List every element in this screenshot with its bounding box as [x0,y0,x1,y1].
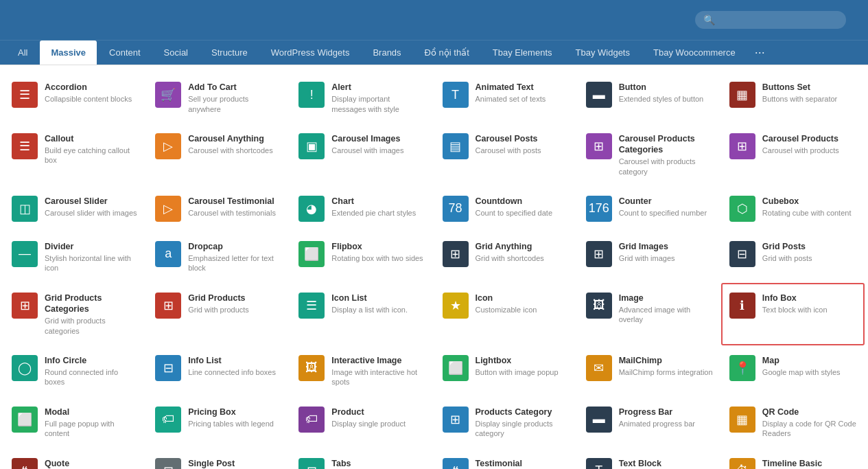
element-item-pricing-box[interactable]: 🏷Pricing BoxPricing tables with legend [147,397,290,448]
search-icon: 🔍 [703,14,715,25]
element-item-progress-bar[interactable]: ▬Progress BarAnimated progress bar [578,397,721,448]
element-item-carousel-products-categories[interactable]: ⊞Carousel Products CategoriesCarousel wi… [578,124,721,186]
elements-grid: ☰AccordionCollapsible content blocks🛒Add… [3,72,865,469]
element-item-grid-products-categories[interactable]: ⊞Grid Products CategoriesGrid with produ… [3,283,147,345]
element-name: Carousel Testimonial [188,196,282,207]
element-name: Timeline Basic [762,458,856,469]
element-item-single-post[interactable]: ⊟Single PostCustomizable post with many … [147,448,290,469]
element-item-callout[interactable]: ☰CalloutBuild eye catching callout box [3,124,147,186]
tab-tbay-widgets[interactable]: Tbay Widgets [565,41,641,65]
element-desc: MailChimp forms integration [619,367,713,377]
element-desc: Button with image popup [476,367,570,377]
tab-wordpress-widgets[interactable]: WordPress Widgets [260,41,361,65]
element-item-products-category[interactable]: ⊞Products CategoryDisplay single product… [434,397,578,448]
element-item-text-block[interactable]: TText BlockDisplay a text with font form… [578,448,721,469]
element-name: Carousel Anything [188,133,282,144]
element-item-carousel-testimonial[interactable]: ▷Carousel TestimonialCarousel with testi… [147,186,290,231]
element-item-icon[interactable]: ★IconCustomizable icon [434,283,578,345]
element-item-buttons-set[interactable]: ▦Buttons SetButtons with separator [721,72,865,124]
element-item-chart[interactable]: ◕ChartExtended pie chart styles [290,186,434,231]
element-icon: 176 [586,196,612,222]
element-desc: Stylish horizontal line with icon [45,253,139,273]
tab-do-noi-that[interactable]: Đồ nội thất [414,41,480,65]
tab-content[interactable]: Content [98,41,152,65]
element-desc: Grid with shortcodes [476,253,570,263]
element-item-info-box[interactable]: ℹInfo BoxText block with icon [721,283,865,345]
element-item-icon-list[interactable]: ☰Icon ListDisplay a list with icon. [290,283,434,345]
tab-all[interactable]: All [7,41,38,65]
element-item-mailchimp[interactable]: ✉MailChimpMailChimp forms integration [578,345,721,397]
element-item-testimonial[interactable]: ❝TestimonialStylish recommendation box [434,448,578,469]
tab-brands[interactable]: Brands [362,41,412,65]
tab-tbay-woocommerce[interactable]: Tbay Woocommerce [642,41,747,65]
tab-social[interactable]: Social [153,41,199,65]
element-desc: Carousel with images [331,146,425,155]
element-icon: ⊞ [443,407,469,433]
element-item-countdown[interactable]: 78CountdownCount to specified date [434,186,578,231]
element-icon: ▬ [586,407,612,433]
element-item-flipbox[interactable]: ⬜FlipboxRotating box with two sides [290,231,434,283]
element-item-animated-text[interactable]: TAnimated TextAnimated set of texts [434,72,578,124]
element-item-product[interactable]: 🏷ProductDisplay single product [290,397,434,448]
element-item-modal[interactable]: ⬜ModalFull page popup with content [3,397,147,448]
element-name: Carousel Images [331,133,425,144]
element-item-tabs[interactable]: ⊟TabsTabbed content blocks [290,448,434,469]
element-name: Product [331,407,425,417]
element-item-map[interactable]: 📍MapGoogle map with styles [721,345,865,397]
element-desc: Image with interactive hot spots [331,367,425,387]
element-item-qr-code[interactable]: ▦QR CodeDisplay a code for QR Code Reade… [721,397,865,448]
element-item-carousel-products[interactable]: ⊞Carousel ProductsCarousel with products [721,124,865,186]
element-desc: Display important messages with style [331,94,425,114]
element-icon: ⊞ [586,133,612,159]
element-item-carousel-slider[interactable]: ◫Carousel SliderCarousel slider with ima… [3,186,147,231]
element-icon: ! [298,82,325,108]
element-item-counter[interactable]: 176CounterCount to specified number [578,186,721,231]
search-box[interactable]: 🔍 [695,11,846,29]
element-name: Grid Anything [476,241,570,252]
element-desc: Display single product [331,419,425,428]
element-item-grid-posts[interactable]: ⊟Grid PostsGrid with posts [721,231,865,283]
element-name: Quote [45,458,139,469]
element-desc: Grid with posts [762,253,856,263]
search-input[interactable] [719,15,838,25]
element-item-info-list[interactable]: ⊟Info ListLine connected info boxes [147,345,290,397]
element-name: Modal [45,407,139,417]
element-icon: ⊞ [586,241,612,267]
element-item-interactive-image[interactable]: 🖼Interactive ImageImage with interactive… [290,345,434,397]
element-item-carousel-posts[interactable]: ▤Carousel PostsCarousel with posts [434,124,578,186]
element-item-carousel-anything[interactable]: ▷Carousel AnythingCarousel with shortcod… [147,124,290,186]
element-name: Divider [45,241,139,252]
element-item-timeline-basic[interactable]: ⏱Timeline BasicSimple timeline shortcode [721,448,865,469]
element-item-button[interactable]: ▬ButtonExtended styles of button [578,72,721,124]
element-item-carousel-images[interactable]: ▣Carousel ImagesCarousel with images [290,124,434,186]
element-icon: T [586,458,612,469]
element-item-grid-products[interactable]: ⊞Grid ProductsGrid with products [147,283,290,345]
tab-tbay-elements[interactable]: Tbay Elements [482,41,563,65]
tabs-more-button[interactable]: ··· [748,41,772,64]
element-name: Info Box [762,293,856,304]
element-name: Carousel Products Categories [619,133,713,156]
element-item-accordion[interactable]: ☰AccordionCollapsible content blocks [3,72,147,124]
element-item-quote[interactable]: ❝QuoteQuote text block [3,448,147,469]
element-icon: ☰ [12,82,38,108]
element-item-info-circle[interactable]: ◯Info CircleRound connected info boxes [3,345,147,397]
element-item-grid-images[interactable]: ⊞Grid ImagesGrid with images [578,231,721,283]
element-desc: Count to specified number [619,208,713,218]
element-item-divider[interactable]: —DividerStylish horizontal line with ico… [3,231,147,283]
element-desc: Carousel with products [762,146,856,155]
element-name: Accordion [45,82,139,93]
tab-structure[interactable]: Structure [200,41,259,65]
element-item-dropcap[interactable]: aDropcapEmphasized letter for text block [147,231,290,283]
element-item-alert[interactable]: !AlertDisplay important messages with st… [290,72,434,124]
grid-container[interactable]: ☰AccordionCollapsible content blocks🛒Add… [0,65,868,469]
element-icon: ❝ [443,458,469,469]
element-icon: ☰ [298,293,325,319]
element-item-cubebox[interactable]: ⬡CubeboxRotating cube with content [721,186,865,231]
tab-massive[interactable]: Massive [40,41,97,65]
element-item-add-to-cart[interactable]: 🛒Add To CartSell your products anywhere [147,72,290,124]
modal-header: 🔍 [0,0,868,40]
element-name: Buttons Set [762,82,856,93]
element-item-lightbox[interactable]: ⬜LightboxButton with image popup [434,345,578,397]
element-item-grid-anything[interactable]: ⊞Grid AnythingGrid with shortcodes [434,231,578,283]
element-item-image[interactable]: 🖼ImageAdvanced image with overlay [578,283,721,345]
